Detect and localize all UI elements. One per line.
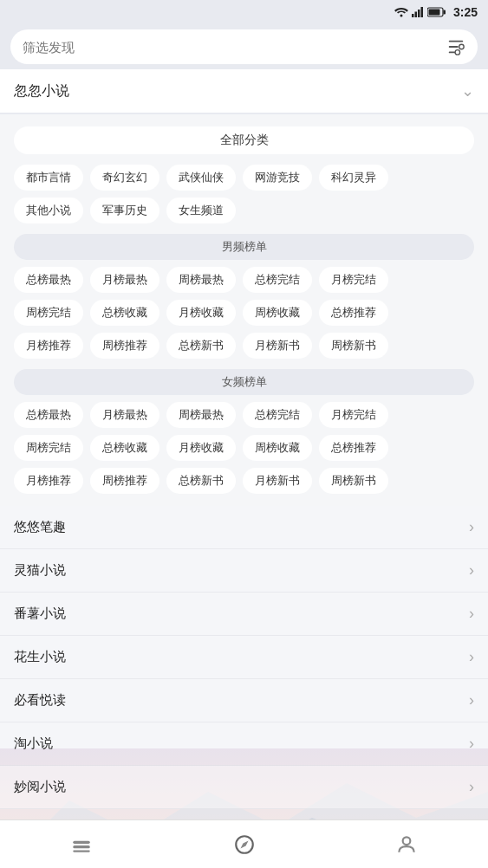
male-总榜最热[interactable]: 总榜最热 [14,267,83,293]
female-周榜收藏[interactable]: 周榜收藏 [243,435,312,461]
male-总榜推荐[interactable]: 总榜推荐 [319,300,388,326]
svg-rect-8 [449,41,464,42]
female-月榜收藏[interactable]: 月榜收藏 [166,435,236,461]
female-周榜完结[interactable]: 周榜完结 [14,435,83,461]
search-bar[interactable] [10,29,478,64]
list-item-5[interactable]: 淘小说 › [0,722,488,766]
female-items-row3: 月榜推荐 周榜推荐 总榜新书 月榜新书 周榜新书 [9,464,479,497]
nav-item-profile[interactable] [325,833,488,856]
svg-rect-23 [73,840,90,843]
list-item-0[interactable]: 悠悠笔趣 › [0,506,488,549]
male-月榜收藏[interactable]: 月榜收藏 [166,300,236,326]
chevron-right-icon-5: › [469,735,474,753]
main-content: 忽忽小说 ⌄ 全部分类 都市言情 奇幻玄幻 武侠仙侠 网游竞技 科幻灵异 其他小… [0,69,488,819]
female-items-row2: 周榜完结 总榜收藏 月榜收藏 周榜收藏 总榜推荐 [9,431,479,464]
male-月榜完结[interactable]: 月榜完结 [319,267,388,293]
female-周榜最热[interactable]: 周榜最热 [166,402,236,428]
male-总榜新书[interactable]: 总榜新书 [166,333,236,359]
list-item-label-1: 灵猫小说 [14,562,66,579]
chevron-right-icon-3: › [469,648,474,666]
list-item-label-6: 妙阅小说 [14,779,66,795]
female-月榜完结[interactable]: 月榜完结 [319,402,388,428]
wifi-icon [394,7,408,17]
svg-rect-4 [420,7,423,17]
male-items-row3: 月榜推荐 周榜推荐 总榜新书 月榜新书 周榜新书 [9,329,479,362]
list-item-2[interactable]: 番薯小说 › [0,593,488,636]
list-item-label-4: 必看悦读 [14,692,66,709]
svg-point-11 [459,44,465,49]
svg-rect-1 [412,14,414,17]
cat-奇幻玄幻[interactable]: 奇幻玄幻 [90,165,159,191]
profile-icon [395,833,418,856]
chevron-right-icon-2: › [469,605,474,623]
svg-point-12 [455,50,460,55]
svg-rect-25 [73,850,90,852]
main-categories-row2: 其他小说 军事历史 女生频道 [9,194,479,227]
female-周榜推荐[interactable]: 周榜推荐 [90,468,159,494]
expand-icon: ⌄ [461,81,474,100]
male-总榜收藏[interactable]: 总榜收藏 [90,300,159,326]
male-月榜新书[interactable]: 月榜新书 [243,333,312,359]
female-月榜新书[interactable]: 月榜新书 [243,468,312,494]
svg-rect-24 [73,845,90,848]
list-section: 悠悠笔趣 › 灵猫小说 › 番薯小说 › 花生小说 › 必看悦读 › 淘小说 ›… [0,506,488,819]
male-总榜完结[interactable]: 总榜完结 [243,267,312,293]
male-周榜收藏[interactable]: 周榜收藏 [243,300,312,326]
cat-其他小说[interactable]: 其他小说 [14,198,83,223]
female-items-row1: 总榜最热 月榜最热 周榜最热 总榜完结 月榜完结 [9,398,479,431]
svg-rect-10 [449,52,455,54]
male-月榜最热[interactable]: 月榜最热 [90,267,159,293]
list-item-7[interactable]: 有兔阅读 › [0,809,488,819]
list-item-3[interactable]: 花生小说 › [0,636,488,679]
female-总榜最热[interactable]: 总榜最热 [14,402,83,428]
chevron-right-icon-0: › [469,518,474,536]
female-月榜推荐[interactable]: 月榜推荐 [14,468,83,494]
male-周榜新书[interactable]: 周榜新书 [319,333,388,359]
home-icon [70,833,93,856]
male-周榜推荐[interactable]: 周榜推荐 [90,333,159,359]
list-item-6[interactable]: 妙阅小说 › [0,766,488,809]
female-总榜新书[interactable]: 总榜新书 [166,468,236,494]
female-总榜推荐[interactable]: 总榜推荐 [319,435,388,461]
svg-rect-2 [414,12,417,18]
list-item-4[interactable]: 必看悦读 › [0,679,488,722]
cat-科幻灵异[interactable]: 科幻灵异 [319,165,388,191]
list-item-label-5: 淘小说 [14,735,53,752]
cat-都市言情[interactable]: 都市言情 [14,165,83,191]
female-总榜完结[interactable]: 总榜完结 [243,402,312,428]
section-title: 忽忽小说 [14,82,69,100]
female-周榜新书[interactable]: 周榜新书 [319,468,388,494]
categories-area: 全部分类 都市言情 奇幻玄幻 武侠仙侠 网游竞技 科幻灵异 其他小说 军事历史 … [0,114,488,506]
female-section-label: 女频榜单 [14,369,474,395]
svg-rect-7 [428,10,439,16]
list-item-1[interactable]: 灵猫小说 › [0,549,488,593]
cat-网游竞技[interactable]: 网游竞技 [243,165,312,191]
male-section-label: 男频榜单 [14,234,474,260]
all-category-pill[interactable]: 全部分类 [14,126,474,154]
battery-icon [427,7,446,17]
male-周榜完结[interactable]: 周榜完结 [14,300,83,326]
filter-icon[interactable] [446,37,465,56]
main-categories-row: 都市言情 奇幻玄幻 武侠仙侠 网游竞技 科幻灵异 [9,161,479,194]
search-input[interactable] [23,40,465,55]
male-周榜最热[interactable]: 周榜最热 [166,267,236,293]
svg-point-0 [400,15,402,17]
chevron-right-icon-4: › [469,691,474,709]
svg-rect-6 [443,10,446,15]
cat-军事历史[interactable]: 军事历史 [90,198,159,223]
nav-item-discover[interactable] [163,833,326,856]
nav-item-home[interactable] [0,833,163,856]
chevron-right-icon-1: › [469,561,474,580]
compass-icon [233,833,256,856]
svg-point-28 [403,837,411,845]
svg-rect-9 [449,46,459,48]
male-月榜推荐[interactable]: 月榜推荐 [14,333,83,359]
section-header-huhuxiaoshuo[interactable]: 忽忽小说 ⌄ [0,69,488,113]
list-item-label-0: 悠悠笔趣 [14,519,66,535]
bottom-nav [0,819,488,868]
svg-rect-3 [418,10,420,17]
female-月榜最热[interactable]: 月榜最热 [90,402,159,428]
female-总榜收藏[interactable]: 总榜收藏 [90,435,159,461]
cat-女生频道[interactable]: 女生频道 [166,198,236,223]
cat-武侠仙侠[interactable]: 武侠仙侠 [166,165,236,191]
